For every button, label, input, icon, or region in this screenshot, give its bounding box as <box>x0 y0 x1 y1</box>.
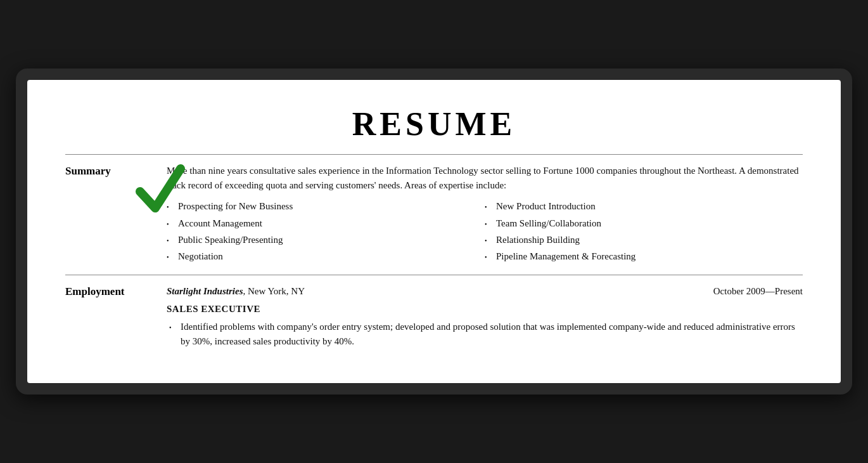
list-item: • New Product Introduction <box>485 199 803 214</box>
summary-section: Summary More than nine years consultativ… <box>65 154 803 275</box>
expertise-item-text: Pipeline Management & Forecasting <box>496 249 635 264</box>
outer-frame: RESUME Summary More than nine years cons… <box>16 68 852 395</box>
employment-section: Employment Starlight Industries, New Yor… <box>65 275 803 358</box>
expertise-grid: • Prospecting for New Business • Account… <box>167 199 803 266</box>
job-location: , New York, NY <box>243 286 305 296</box>
employment-header: Starlight Industries, New York, NY Octob… <box>167 284 803 299</box>
company-location: Starlight Industries, New York, NY <box>167 284 305 299</box>
bullet-icon: • <box>485 252 496 263</box>
job-title: SALES EXECUTIVE <box>167 302 803 316</box>
bullet-icon: • <box>167 236 178 246</box>
expertise-item-text: Team Selling/Collaboration <box>496 216 601 231</box>
checkmark-icon <box>135 161 186 218</box>
expertise-item-text: New Product Introduction <box>496 199 596 214</box>
bullet-icon: • <box>167 219 178 230</box>
list-item: • Pipeline Management & Forecasting <box>485 249 803 264</box>
job-bullet: • Identified problems with company's ord… <box>169 320 803 349</box>
bullet-icon: • <box>485 236 496 246</box>
company-name: Starlight Industries <box>167 286 243 296</box>
list-item: • Relationship Building <box>485 233 803 247</box>
expertise-item-text: Relationship Building <box>496 233 580 247</box>
expertise-item-text: Account Management <box>178 216 262 231</box>
bullet-icon: • <box>169 323 181 333</box>
expertise-item-text: Prospecting for New Business <box>178 199 293 214</box>
list-item: • Public Speaking/Presenting <box>167 233 485 247</box>
list-item: • Negotiation <box>167 249 485 264</box>
bullet-icon: • <box>167 252 178 263</box>
expertise-col-left: • Prospecting for New Business • Account… <box>167 199 485 266</box>
job-bullet-text: Identified problems with company's order… <box>181 320 803 349</box>
list-item: • Account Management <box>167 216 485 231</box>
bullet-icon: • <box>485 202 496 212</box>
resume-title: RESUME <box>65 105 803 143</box>
resume-paper: RESUME Summary More than nine years cons… <box>27 80 841 384</box>
employment-label: Employment <box>65 284 167 298</box>
list-item: • Prospecting for New Business <box>167 199 485 214</box>
summary-intro: More than nine years consultative sales … <box>167 164 803 193</box>
expertise-item-text: Negotiation <box>178 249 223 264</box>
bullet-icon: • <box>485 219 496 230</box>
list-item: • Team Selling/Collaboration <box>485 216 803 231</box>
checkmark-area <box>135 161 186 221</box>
job-date: October 2009—Present <box>713 284 803 299</box>
expertise-item-text: Public Speaking/Presenting <box>178 233 283 247</box>
summary-content: More than nine years consultative sales … <box>167 164 803 266</box>
expertise-col-right: • New Product Introduction • Team Sellin… <box>485 199 803 266</box>
employment-content: Starlight Industries, New York, NY Octob… <box>167 284 803 349</box>
